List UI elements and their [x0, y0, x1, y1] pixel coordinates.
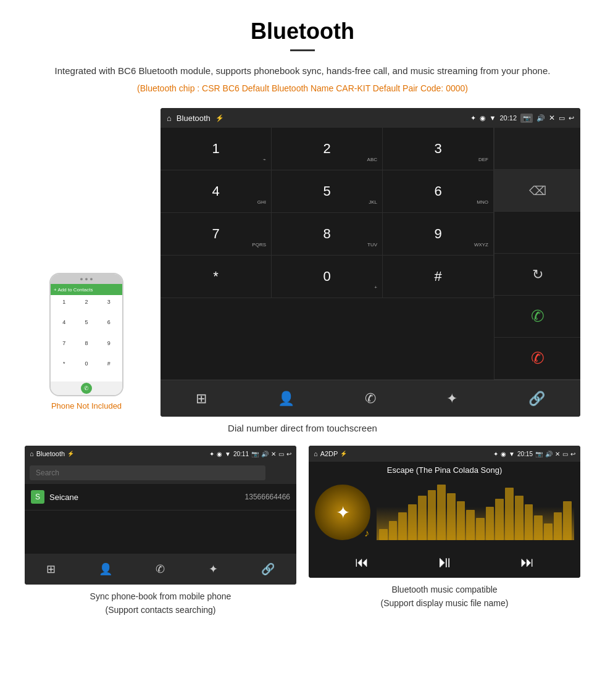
music-time: 20:15 — [517, 451, 533, 457]
contacts-window-icon: ▭ — [278, 451, 284, 457]
orange-specs-text: (Bluetooth chip : CSR BC6 Default Blueto… — [0, 83, 605, 93]
dial-key-8[interactable]: 8TUV — [272, 213, 383, 255]
music-statusbar-right: ✦ ◉ ▼ 20:15 📷 🔊 ✕ ▭ ↩ — [493, 451, 575, 457]
contacts-home-icon[interactable]: ⌂ — [30, 450, 34, 457]
contacts-screen: ⌂ Bluetooth ⚡ ✦ ◉ ▼ 20:11 📷 🔊 ✕ ▭ ↩ — [25, 446, 296, 585]
dial-row-4: * 0+ # — [161, 256, 494, 298]
dial-end-call-cell[interactable]: ✆ — [494, 338, 580, 380]
contact-letter: S — [31, 490, 44, 504]
dial-backspace-cell: ⌫ — [494, 170, 580, 212]
title-divider — [290, 49, 315, 51]
contacts-grid-icon[interactable]: ⊞ — [46, 562, 56, 576]
home-icon[interactable]: ⌂ — [167, 114, 172, 123]
contacts-time: 20:11 — [233, 451, 249, 457]
close-icon[interactable]: ✕ — [549, 114, 555, 122]
contacts-statusbar: ⌂ Bluetooth ⚡ ✦ ◉ ▼ 20:11 📷 🔊 ✕ ▭ ↩ — [25, 446, 296, 462]
music-window-icon: ▭ — [562, 451, 568, 457]
contacts-screen-wrap: ⌂ Bluetooth ⚡ ✦ ◉ ▼ 20:11 📷 🔊 ✕ ▭ ↩ — [25, 446, 296, 617]
music-home-icon[interactable]: ⌂ — [314, 450, 318, 457]
phone-image: ● ● ● + Add to Contacts 123 456 789 *0# … — [49, 273, 123, 396]
dialpad-contacts-icon[interactable]: 👤 — [278, 391, 294, 407]
music-loc-icon: ◉ — [501, 451, 506, 457]
call-red-icon: ✆ — [531, 349, 544, 368]
contacts-link-icon[interactable]: 🔗 — [261, 562, 275, 576]
dial-numbers: 1⌁ 2ABC 3DEF 4GHI 5JKL 6MNO 7PQRS 8TUV 9… — [161, 128, 494, 380]
music-signal-icon: ▼ — [509, 451, 515, 457]
dialpad-grid-icon[interactable]: ⊞ — [196, 391, 207, 407]
dial-row-2: 4GHI 5JKL 6MNO — [161, 170, 494, 213]
phone-bottom-bar: ✆ — [51, 381, 122, 395]
music-album-art-wrap: ✦ ♪ — [315, 485, 370, 540]
dial-key-hash[interactable]: # — [383, 256, 494, 298]
window-icon[interactable]: ▭ — [559, 114, 565, 122]
contacts-usb-icon: ⚡ — [67, 451, 74, 457]
contacts-title: Bluetooth — [36, 450, 65, 457]
contacts-phone-icon[interactable]: ✆ — [156, 562, 165, 576]
dial-statusbar: ⌂ Bluetooth ⚡ ✦ ◉ ▼ 20:12 📷 🔊 ✕ ▭ ↩ — [161, 108, 580, 128]
dial-screen-caption: Dial number direct from touchscreen — [0, 423, 605, 433]
contacts-caption: Sync phone-book from mobile phone (Suppo… — [90, 590, 232, 617]
music-album-art: ✦ — [315, 485, 370, 540]
phone-call-button: ✆ — [81, 383, 92, 394]
contacts-close-icon: ✕ — [271, 451, 276, 457]
contacts-vol-icon: 🔊 — [261, 451, 269, 457]
contacts-statusbar-right: ✦ ◉ ▼ 20:11 📷 🔊 ✕ ▭ ↩ — [209, 451, 291, 457]
music-bt-icon: ✦ — [493, 451, 498, 457]
dial-key-2[interactable]: 2ABC — [272, 128, 383, 170]
music-main-area: ✦ ♪ — [309, 478, 580, 546]
music-controls: ⏮ ⏯ ⏭ — [309, 546, 580, 578]
signal-icon: ▼ — [490, 114, 496, 122]
phone-green-bar: + Add to Contacts — [51, 284, 122, 295]
dial-refresh-cell[interactable]: ↻ — [494, 254, 580, 296]
dialpad-phone-icon[interactable]: ✆ — [365, 391, 376, 407]
contacts-list: S Seicane 13566664466 — [25, 484, 296, 554]
refresh-icon: ↻ — [532, 267, 543, 283]
music-waveform — [377, 485, 574, 540]
music-play-pause-icon[interactable]: ⏯ — [436, 552, 453, 572]
dial-side-panel: ⌫ ↻ ✆ ✆ — [494, 128, 580, 380]
dialpad-link-icon[interactable]: 🔗 — [528, 391, 545, 407]
contacts-signal-icon: ▼ — [225, 451, 231, 457]
contacts-bluetooth-icon[interactable]: ✦ — [209, 562, 218, 576]
dial-call-cell[interactable]: ✆ — [494, 296, 580, 338]
dial-key-1[interactable]: 1⌁ — [161, 128, 272, 170]
contacts-cam-icon: 📷 — [251, 451, 259, 457]
time-display: 20:12 — [499, 114, 517, 122]
dial-key-0[interactable]: 0+ — [272, 256, 383, 298]
backspace-icon[interactable]: ⌫ — [529, 183, 546, 198]
dial-key-4[interactable]: 4GHI — [161, 170, 272, 212]
music-title: A2DP — [320, 450, 338, 457]
contacts-bt-icon: ✦ — [209, 451, 214, 457]
contacts-person-icon[interactable]: 👤 — [99, 562, 112, 576]
music-prev-icon[interactable]: ⏮ — [355, 554, 369, 570]
dial-key-6[interactable]: 6MNO — [383, 170, 494, 212]
phone-top-bar: ● ● ● — [51, 274, 122, 284]
music-note-icon: ♪ — [364, 528, 369, 539]
camera-icon[interactable]: 📷 — [520, 114, 533, 123]
contacts-search-bar — [25, 462, 296, 484]
dial-key-7[interactable]: 7PQRS — [161, 213, 272, 255]
dialpad-bluetooth-icon[interactable]: ✦ — [446, 391, 457, 407]
contact-row[interactable]: S Seicane 13566664466 — [25, 484, 296, 510]
dial-bottom-bar: ⊞ 👤 ✆ ✦ 🔗 — [161, 380, 580, 417]
dial-area: 1⌁ 2ABC 3DEF 4GHI 5JKL 6MNO 7PQRS 8TUV 9… — [161, 128, 580, 380]
music-vol-icon: 🔊 — [545, 451, 553, 457]
contact-name: Seicane — [49, 493, 245, 502]
dial-key-star[interactable]: * — [161, 256, 272, 298]
bottom-screens: ⌂ Bluetooth ⚡ ✦ ◉ ▼ 20:11 📷 🔊 ✕ ▭ ↩ — [0, 446, 605, 617]
dial-key-9[interactable]: 9WXYZ — [383, 213, 494, 255]
music-next-icon[interactable]: ⏭ — [520, 554, 534, 570]
volume-icon[interactable]: 🔊 — [536, 114, 545, 122]
dial-key-3[interactable]: 3DEF — [383, 128, 494, 170]
dial-blank-row2 — [494, 212, 580, 254]
contact-number: 13566664466 — [245, 493, 290, 501]
contacts-search-input[interactable] — [30, 465, 265, 480]
location-icon: ◉ — [480, 114, 486, 122]
music-close-icon: ✕ — [555, 451, 560, 457]
back-icon[interactable]: ↩ — [569, 114, 574, 122]
dial-key-5[interactable]: 5JKL — [272, 170, 383, 212]
dial-row-3: 7PQRS 8TUV 9WXYZ — [161, 213, 494, 256]
phone-dialpad: 123 456 789 *0# — [51, 295, 122, 381]
main-section: ● ● ● + Add to Contacts 123 456 789 *0# … — [0, 108, 605, 417]
contacts-loc-icon: ◉ — [217, 451, 222, 457]
